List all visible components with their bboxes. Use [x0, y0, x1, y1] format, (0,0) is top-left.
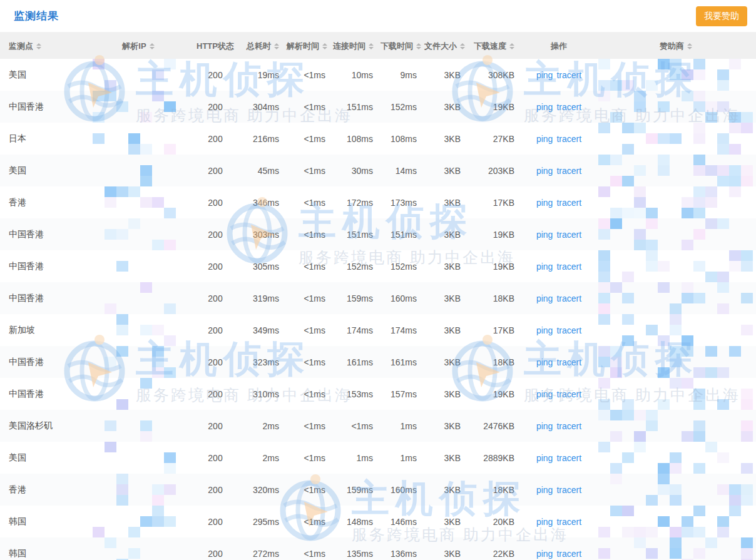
ping-link[interactable]: ping	[536, 102, 553, 112]
tracert-link[interactable]: tracert	[556, 102, 581, 112]
speed-cell: 17KB	[468, 186, 522, 218]
status-cell: 200	[189, 59, 242, 91]
tracert-link[interactable]: tracert	[556, 198, 581, 208]
column-header-node[interactable]: 监测点	[0, 33, 88, 59]
ping-link[interactable]: ping	[536, 230, 553, 240]
node-cell: 韩国	[0, 506, 88, 537]
ip-cell	[88, 314, 189, 346]
column-header-speed[interactable]: 下载速度	[468, 33, 522, 59]
ping-link[interactable]: ping	[536, 389, 553, 399]
action-cell: pingtracert	[522, 410, 596, 442]
tracert-link[interactable]: tracert	[556, 485, 581, 495]
table-row: 韩国200272ms<1ms135ms136ms3KB22KBpingtrace…	[0, 537, 756, 560]
node-cell: 美国	[0, 59, 88, 91]
speed-cell: 19KB	[468, 250, 522, 282]
ping-link[interactable]: ping	[536, 293, 553, 303]
size-cell: 3KB	[424, 442, 468, 474]
sponsor-mosaic	[598, 314, 756, 346]
ping-link[interactable]: ping	[536, 325, 553, 335]
sponsor-mosaic	[598, 155, 756, 186]
ping-link[interactable]: ping	[536, 262, 553, 272]
speed-cell: 20KB	[468, 506, 522, 537]
dns-cell: <1ms	[287, 314, 333, 346]
column-header-download[interactable]: 下载时间	[381, 33, 424, 59]
sponsor-mosaic	[598, 442, 756, 474]
tracert-link[interactable]: tracert	[556, 325, 581, 335]
column-header-ip[interactable]: 解析IP	[88, 33, 189, 59]
total-cell: 19ms	[242, 59, 287, 91]
ping-link[interactable]: ping	[536, 453, 553, 463]
tracert-link[interactable]: tracert	[556, 166, 581, 176]
ping-link[interactable]: ping	[536, 517, 553, 527]
connect-cell: 10ms	[333, 59, 381, 91]
total-cell: 295ms	[242, 506, 287, 537]
tracert-link[interactable]: tracert	[556, 70, 581, 80]
dns-cell: <1ms	[287, 346, 333, 378]
download-cell: 152ms	[381, 250, 424, 282]
ping-link[interactable]: ping	[536, 485, 553, 495]
ip-mosaic	[93, 250, 189, 282]
ip-mosaic	[93, 59, 189, 91]
speed-cell: 18KB	[468, 346, 522, 378]
tracert-link[interactable]: tracert	[556, 134, 581, 144]
size-cell: 3KB	[424, 314, 468, 346]
ping-link[interactable]: ping	[536, 549, 553, 559]
action-cell: pingtracert	[522, 218, 596, 250]
node-cell: 美国	[0, 155, 88, 186]
total-cell: 272ms	[242, 537, 287, 560]
ip-mosaic	[93, 314, 189, 346]
column-header-dns[interactable]: 解析时间	[287, 33, 333, 59]
column-header-size[interactable]: 文件大小	[424, 33, 468, 59]
ping-link[interactable]: ping	[536, 166, 553, 176]
total-cell: 2ms	[242, 410, 287, 442]
ip-mosaic	[93, 506, 189, 537]
column-header-sponsor[interactable]: 赞助商	[596, 33, 756, 59]
tracert-link[interactable]: tracert	[556, 293, 581, 303]
download-cell: 146ms	[381, 506, 424, 537]
ping-link[interactable]: ping	[536, 70, 553, 80]
node-cell: 香港	[0, 186, 88, 218]
total-cell: 304ms	[242, 91, 287, 123]
status-cell: 200	[189, 218, 242, 250]
page-title: 监测结果	[14, 9, 59, 23]
column-header-connect[interactable]: 连接时间	[333, 33, 381, 59]
size-cell: 3KB	[424, 282, 468, 314]
tracert-link[interactable]: tracert	[556, 549, 581, 559]
sponsor-mosaic	[598, 410, 756, 442]
column-header-total[interactable]: 总耗时	[242, 33, 287, 59]
node-cell: 中国香港	[0, 91, 88, 123]
ip-cell	[88, 282, 189, 314]
size-cell: 3KB	[424, 346, 468, 378]
speed-cell: 19KB	[468, 218, 522, 250]
ip-cell	[88, 218, 189, 250]
total-cell: 319ms	[242, 282, 287, 314]
ip-cell	[88, 59, 189, 91]
dns-cell: <1ms	[287, 91, 333, 123]
connect-cell: 1ms	[333, 442, 381, 474]
tracert-link[interactable]: tracert	[556, 389, 581, 399]
tracert-link[interactable]: tracert	[556, 230, 581, 240]
size-cell: 3KB	[424, 186, 468, 218]
total-cell: 45ms	[242, 155, 287, 186]
tracert-link[interactable]: tracert	[556, 517, 581, 527]
status-cell: 200	[189, 186, 242, 218]
tracert-link[interactable]: tracert	[556, 453, 581, 463]
sponsor-cell	[596, 378, 756, 410]
ping-link[interactable]: ping	[536, 357, 553, 367]
connect-cell: 159ms	[333, 474, 381, 506]
ping-link[interactable]: ping	[536, 198, 553, 208]
sponsor-button[interactable]: 我要赞助	[696, 6, 747, 26]
tracert-link[interactable]: tracert	[556, 262, 581, 272]
tracert-link[interactable]: tracert	[556, 421, 581, 431]
tracert-link[interactable]: tracert	[556, 357, 581, 367]
action-cell: pingtracert	[522, 346, 596, 378]
dns-cell: <1ms	[287, 218, 333, 250]
sort-icon	[150, 43, 155, 49]
ping-link[interactable]: ping	[536, 134, 553, 144]
ip-cell	[88, 506, 189, 537]
speed-cell: 2476KB	[468, 410, 522, 442]
ip-cell	[88, 250, 189, 282]
ping-link[interactable]: ping	[536, 421, 553, 431]
dns-cell: <1ms	[287, 123, 333, 155]
table-row: 中国香港200323ms<1ms161ms161ms3KB18KBpingtra…	[0, 346, 756, 378]
